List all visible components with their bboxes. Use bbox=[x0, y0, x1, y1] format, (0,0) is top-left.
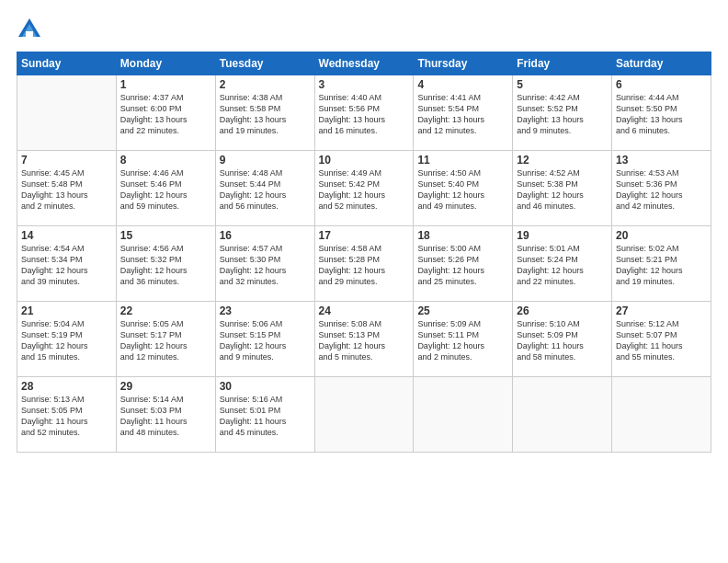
calendar-header-thursday: Thursday bbox=[414, 52, 513, 75]
calendar-cell: 27Sunrise: 5:12 AM Sunset: 5:07 PM Dayli… bbox=[612, 302, 711, 377]
day-info: Sunrise: 5:13 AM Sunset: 5:05 PM Dayligh… bbox=[21, 394, 112, 439]
calendar-cell: 14Sunrise: 4:54 AM Sunset: 5:34 PM Dayli… bbox=[17, 226, 117, 302]
day-number: 23 bbox=[220, 304, 311, 317]
calendar-header-tuesday: Tuesday bbox=[215, 52, 314, 75]
calendar-cell: 8Sunrise: 4:46 AM Sunset: 5:46 PM Daylig… bbox=[116, 151, 215, 226]
svg-rect-2 bbox=[26, 31, 33, 37]
day-info: Sunrise: 4:58 AM Sunset: 5:28 PM Dayligh… bbox=[319, 243, 410, 288]
day-info: Sunrise: 4:41 AM Sunset: 5:54 PM Dayligh… bbox=[417, 92, 508, 137]
day-info: Sunrise: 4:42 AM Sunset: 5:52 PM Dayligh… bbox=[517, 92, 608, 137]
calendar-cell: 24Sunrise: 5:08 AM Sunset: 5:13 PM Dayli… bbox=[314, 302, 414, 377]
calendar-cell: 12Sunrise: 4:52 AM Sunset: 5:38 PM Dayli… bbox=[513, 151, 612, 226]
calendar-week-5: 28Sunrise: 5:13 AM Sunset: 5:05 PM Dayli… bbox=[17, 377, 711, 453]
day-info: Sunrise: 5:06 AM Sunset: 5:15 PM Dayligh… bbox=[220, 318, 311, 363]
day-info: Sunrise: 4:56 AM Sunset: 5:32 PM Dayligh… bbox=[120, 243, 211, 288]
day-info: Sunrise: 4:45 AM Sunset: 5:48 PM Dayligh… bbox=[21, 167, 112, 213]
day-info: Sunrise: 4:52 AM Sunset: 5:38 PM Dayligh… bbox=[517, 167, 608, 213]
calendar-cell: 6Sunrise: 4:44 AM Sunset: 5:50 PM Daylig… bbox=[612, 75, 711, 151]
day-number: 19 bbox=[517, 229, 608, 242]
calendar-cell: 28Sunrise: 5:13 AM Sunset: 5:05 PM Dayli… bbox=[17, 377, 117, 453]
day-info: Sunrise: 4:38 AM Sunset: 5:58 PM Dayligh… bbox=[220, 92, 311, 137]
day-info: Sunrise: 5:00 AM Sunset: 5:26 PM Dayligh… bbox=[417, 243, 508, 288]
day-info: Sunrise: 5:14 AM Sunset: 5:03 PM Dayligh… bbox=[120, 394, 211, 439]
day-number: 15 bbox=[120, 229, 211, 242]
calendar-header-sunday: Sunday bbox=[17, 52, 117, 75]
calendar-cell bbox=[513, 377, 612, 453]
calendar-cell bbox=[314, 377, 414, 453]
header bbox=[17, 17, 711, 42]
day-info: Sunrise: 5:09 AM Sunset: 5:11 PM Dayligh… bbox=[417, 318, 508, 363]
calendar-cell: 18Sunrise: 5:00 AM Sunset: 5:26 PM Dayli… bbox=[414, 226, 513, 302]
calendar-cell: 21Sunrise: 5:04 AM Sunset: 5:19 PM Dayli… bbox=[17, 302, 117, 377]
day-number: 3 bbox=[319, 78, 410, 91]
calendar-cell: 23Sunrise: 5:06 AM Sunset: 5:15 PM Dayli… bbox=[215, 302, 314, 377]
day-number: 27 bbox=[616, 304, 707, 317]
logo bbox=[17, 17, 46, 42]
day-info: Sunrise: 5:01 AM Sunset: 5:24 PM Dayligh… bbox=[517, 243, 608, 288]
day-number: 9 bbox=[220, 154, 311, 167]
day-number: 2 bbox=[220, 78, 311, 91]
day-number: 6 bbox=[616, 78, 707, 91]
day-number: 22 bbox=[120, 304, 211, 317]
calendar-cell: 5Sunrise: 4:42 AM Sunset: 5:52 PM Daylig… bbox=[513, 75, 612, 151]
calendar-cell: 11Sunrise: 4:50 AM Sunset: 5:40 PM Dayli… bbox=[414, 151, 513, 226]
day-number: 30 bbox=[220, 380, 311, 393]
day-number: 5 bbox=[517, 78, 608, 91]
day-info: Sunrise: 5:12 AM Sunset: 5:07 PM Dayligh… bbox=[616, 318, 707, 363]
calendar-cell: 9Sunrise: 4:48 AM Sunset: 5:44 PM Daylig… bbox=[215, 151, 314, 226]
calendar-cell: 10Sunrise: 4:49 AM Sunset: 5:42 PM Dayli… bbox=[314, 151, 414, 226]
calendar-header-friday: Friday bbox=[513, 52, 612, 75]
day-number: 25 bbox=[417, 304, 508, 317]
calendar-cell: 15Sunrise: 4:56 AM Sunset: 5:32 PM Dayli… bbox=[116, 226, 215, 302]
calendar-cell: 7Sunrise: 4:45 AM Sunset: 5:48 PM Daylig… bbox=[17, 151, 117, 226]
calendar-cell: 26Sunrise: 5:10 AM Sunset: 5:09 PM Dayli… bbox=[513, 302, 612, 377]
calendar-cell: 19Sunrise: 5:01 AM Sunset: 5:24 PM Dayli… bbox=[513, 226, 612, 302]
calendar-cell: 2Sunrise: 4:38 AM Sunset: 5:58 PM Daylig… bbox=[215, 75, 314, 151]
day-number: 21 bbox=[21, 304, 112, 317]
day-info: Sunrise: 4:37 AM Sunset: 6:00 PM Dayligh… bbox=[120, 92, 211, 137]
day-number: 17 bbox=[319, 229, 410, 242]
calendar-header-row: SundayMondayTuesdayWednesdayThursdayFrid… bbox=[17, 52, 711, 75]
calendar-header-monday: Monday bbox=[116, 52, 215, 75]
day-info: Sunrise: 5:10 AM Sunset: 5:09 PM Dayligh… bbox=[517, 318, 608, 363]
calendar-cell: 3Sunrise: 4:40 AM Sunset: 5:56 PM Daylig… bbox=[314, 75, 414, 151]
day-number: 20 bbox=[616, 229, 707, 242]
day-info: Sunrise: 4:48 AM Sunset: 5:44 PM Dayligh… bbox=[220, 167, 311, 213]
day-info: Sunrise: 4:50 AM Sunset: 5:40 PM Dayligh… bbox=[417, 167, 508, 213]
day-number: 13 bbox=[616, 154, 707, 167]
day-number: 18 bbox=[417, 229, 508, 242]
calendar-cell: 22Sunrise: 5:05 AM Sunset: 5:17 PM Dayli… bbox=[116, 302, 215, 377]
page: SundayMondayTuesdayWednesdayThursdayFrid… bbox=[0, 0, 728, 563]
calendar-week-1: 1Sunrise: 4:37 AM Sunset: 6:00 PM Daylig… bbox=[17, 75, 711, 151]
calendar-table: SundayMondayTuesdayWednesdayThursdayFrid… bbox=[17, 52, 711, 453]
calendar-header-wednesday: Wednesday bbox=[314, 52, 414, 75]
day-info: Sunrise: 4:57 AM Sunset: 5:30 PM Dayligh… bbox=[220, 243, 311, 288]
day-number: 8 bbox=[120, 154, 211, 167]
calendar-header-saturday: Saturday bbox=[612, 52, 711, 75]
calendar-week-4: 21Sunrise: 5:04 AM Sunset: 5:19 PM Dayli… bbox=[17, 302, 711, 377]
day-number: 24 bbox=[319, 304, 410, 317]
calendar-cell bbox=[612, 377, 711, 453]
calendar-cell bbox=[17, 75, 117, 151]
day-info: Sunrise: 5:16 AM Sunset: 5:01 PM Dayligh… bbox=[220, 394, 311, 439]
calendar-cell: 17Sunrise: 4:58 AM Sunset: 5:28 PM Dayli… bbox=[314, 226, 414, 302]
calendar-week-3: 14Sunrise: 4:54 AM Sunset: 5:34 PM Dayli… bbox=[17, 226, 711, 302]
calendar-cell bbox=[414, 377, 513, 453]
day-info: Sunrise: 5:02 AM Sunset: 5:21 PM Dayligh… bbox=[616, 243, 707, 288]
day-number: 26 bbox=[517, 304, 608, 317]
calendar-cell: 25Sunrise: 5:09 AM Sunset: 5:11 PM Dayli… bbox=[414, 302, 513, 377]
day-number: 10 bbox=[319, 154, 410, 167]
day-info: Sunrise: 4:49 AM Sunset: 5:42 PM Dayligh… bbox=[319, 167, 410, 213]
day-info: Sunrise: 5:08 AM Sunset: 5:13 PM Dayligh… bbox=[319, 318, 410, 363]
day-info: Sunrise: 4:40 AM Sunset: 5:56 PM Dayligh… bbox=[319, 92, 410, 137]
day-info: Sunrise: 5:04 AM Sunset: 5:19 PM Dayligh… bbox=[21, 318, 112, 363]
day-number: 12 bbox=[517, 154, 608, 167]
day-number: 29 bbox=[120, 380, 211, 393]
day-number: 14 bbox=[21, 229, 112, 242]
day-number: 28 bbox=[21, 380, 112, 393]
calendar-cell: 30Sunrise: 5:16 AM Sunset: 5:01 PM Dayli… bbox=[215, 377, 314, 453]
day-info: Sunrise: 4:53 AM Sunset: 5:36 PM Dayligh… bbox=[616, 167, 707, 213]
calendar-cell: 16Sunrise: 4:57 AM Sunset: 5:30 PM Dayli… bbox=[215, 226, 314, 302]
logo-icon bbox=[17, 17, 42, 42]
day-info: Sunrise: 4:54 AM Sunset: 5:34 PM Dayligh… bbox=[21, 243, 112, 288]
